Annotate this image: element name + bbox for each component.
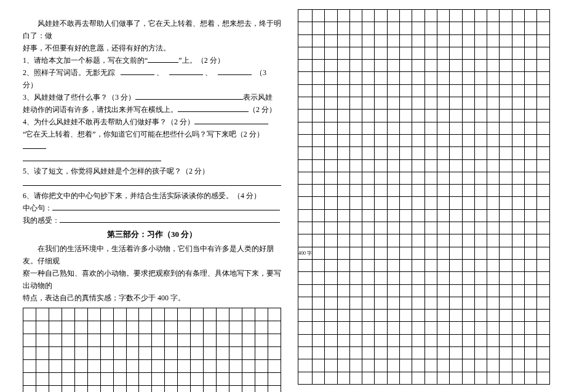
grid-cell[interactable] (349, 209, 362, 222)
grid-cell[interactable] (100, 347, 113, 360)
q4-blank-2[interactable] (23, 140, 46, 149)
grid-cell[interactable] (36, 373, 49, 386)
grid-cell[interactable] (313, 334, 325, 346)
grid-cell[interactable] (298, 34, 313, 47)
grid-cell[interactable] (113, 321, 126, 334)
grid-cell[interactable] (362, 147, 375, 159)
grid-cell[interactable] (49, 373, 62, 386)
grid-cell[interactable] (242, 386, 255, 393)
grid-cell[interactable] (474, 284, 487, 297)
grid-cell[interactable] (450, 347, 462, 359)
grid-cell[interactable] (191, 308, 204, 321)
grid-cell[interactable] (474, 334, 487, 346)
grid-cell[interactable] (525, 22, 537, 34)
grid-cell[interactable] (139, 347, 152, 360)
grid-cell[interactable] (474, 259, 487, 271)
grid-cell[interactable] (217, 347, 229, 360)
grid-cell[interactable] (313, 134, 325, 146)
grid-cell[interactable] (62, 347, 74, 360)
grid-cell[interactable] (512, 322, 524, 334)
grid-cell[interactable] (387, 147, 399, 159)
grid-cell[interactable] (400, 97, 412, 110)
grid-cell[interactable] (255, 386, 268, 393)
grid-cell[interactable] (325, 297, 337, 309)
grid-cell[interactable] (537, 372, 549, 384)
grid-cell[interactable] (487, 272, 500, 284)
grid-cell[interactable] (375, 347, 387, 359)
grid-cell[interactable] (512, 10, 524, 22)
grid-cell[interactable] (424, 310, 437, 322)
grid-cell[interactable] (191, 373, 204, 386)
grid-cell[interactable] (229, 373, 242, 386)
grid-cell[interactable] (349, 172, 362, 184)
grid-cell[interactable] (325, 310, 337, 322)
grid-cell[interactable] (229, 386, 242, 393)
grid-cell[interactable] (437, 47, 449, 59)
grid-cell[interactable] (487, 247, 500, 259)
grid-cell[interactable] (450, 334, 462, 346)
grid-cell[interactable] (487, 197, 500, 209)
grid-cell[interactable] (49, 308, 62, 321)
grid-cell[interactable] (424, 222, 437, 234)
grid-cell[interactable] (424, 60, 437, 72)
grid-cell[interactable] (74, 308, 87, 321)
grid-cell[interactable] (525, 284, 537, 297)
grid-cell[interactable] (424, 97, 437, 110)
grid-cell[interactable] (400, 310, 412, 322)
grid-cell[interactable] (23, 386, 36, 393)
grid-cell[interactable] (537, 247, 549, 259)
grid-cell[interactable] (178, 386, 191, 393)
grid-cell[interactable] (450, 359, 462, 372)
grid-cell[interactable] (450, 97, 462, 110)
grid-cell[interactable] (298, 134, 313, 146)
q1-blank[interactable] (148, 54, 178, 63)
grid-cell[interactable] (242, 373, 255, 386)
q2-blank-1[interactable] (121, 66, 154, 75)
grid-cell[interactable] (313, 272, 325, 284)
grid-cell[interactable] (424, 22, 437, 34)
grid-cell[interactable] (512, 372, 524, 384)
grid-cell[interactable] (375, 209, 387, 222)
grid-cell[interactable] (500, 110, 512, 122)
grid-cell[interactable] (387, 209, 399, 222)
grid-cell[interactable] (204, 360, 217, 373)
grid-cell[interactable] (424, 110, 437, 122)
grid-cell[interactable] (450, 197, 462, 209)
grid-cell[interactable] (400, 359, 412, 372)
grid-cell[interactable] (313, 147, 325, 159)
grid-cell[interactable] (298, 147, 313, 159)
grid-cell[interactable] (525, 334, 537, 346)
grid-cell[interactable] (400, 34, 412, 47)
grid-cell[interactable] (74, 386, 87, 393)
grid-cell[interactable] (87, 360, 100, 373)
grid-cell[interactable] (362, 372, 375, 384)
grid-cell[interactable] (400, 147, 412, 159)
grid-cell[interactable] (437, 147, 449, 159)
grid-cell[interactable] (437, 10, 449, 22)
grid-cell[interactable] (437, 34, 449, 47)
grid-cell[interactable] (487, 159, 500, 172)
grid-cell[interactable] (487, 234, 500, 247)
grid-cell[interactable] (487, 297, 500, 309)
grid-cell[interactable] (512, 97, 524, 110)
grid-cell[interactable] (255, 347, 268, 360)
grid-cell[interactable] (412, 10, 424, 22)
grid-cell[interactable] (362, 284, 375, 297)
grid-cell[interactable] (325, 347, 337, 359)
grid-cell[interactable] (387, 10, 399, 22)
grid-cell[interactable] (487, 310, 500, 322)
grid-cell[interactable] (298, 197, 313, 209)
grid-cell[interactable] (400, 247, 412, 259)
grid-cell[interactable] (400, 10, 412, 22)
grid-cell[interactable] (375, 159, 387, 172)
grid-cell[interactable] (298, 272, 313, 284)
grid-cell[interactable] (337, 172, 349, 184)
grid-cell[interactable] (487, 97, 500, 110)
grid-cell[interactable] (424, 259, 437, 271)
grid-cell[interactable] (349, 159, 362, 172)
grid-cell[interactable] (512, 84, 524, 97)
grid-cell[interactable] (49, 334, 62, 347)
grid-cell[interactable] (500, 247, 512, 259)
grid-cell[interactable] (412, 259, 424, 271)
grid-cell[interactable] (500, 147, 512, 159)
